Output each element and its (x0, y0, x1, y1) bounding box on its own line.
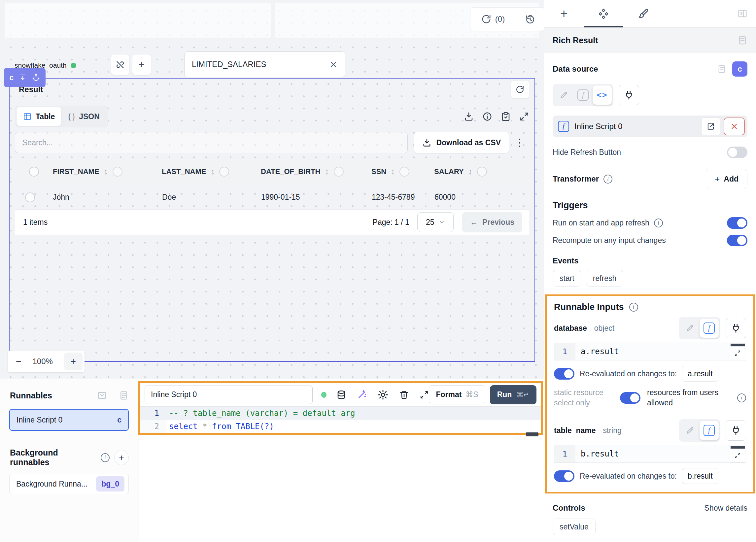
add-transformer-button[interactable]: + Add (706, 169, 747, 189)
sort-icon[interactable]: ↕ (104, 167, 108, 176)
info-icon[interactable] (482, 112, 492, 121)
info-icon[interactable]: i (101, 453, 110, 462)
maximize-icon[interactable] (519, 112, 529, 121)
column-header-date-of-birth[interactable]: DATE_OF_BIRTH ↕ (253, 167, 363, 177)
mode-static-button[interactable] (680, 319, 700, 338)
event-chip-refresh[interactable]: refresh (586, 270, 624, 287)
more-options-icon[interactable]: ⋮ (515, 138, 525, 148)
sort-icon[interactable]: ↕ (468, 167, 472, 176)
database-icon[interactable] (336, 390, 346, 400)
column-toggle[interactable] (334, 167, 344, 177)
sql-code-editor[interactable]: 1 -- ? table_name (varchar) = default ar… (140, 407, 541, 433)
list-view-icon[interactable] (119, 390, 129, 400)
search-input[interactable] (22, 138, 400, 147)
collapse-panel-icon[interactable] (738, 9, 747, 18)
run-on-start-toggle[interactable] (727, 217, 747, 229)
column-toggle[interactable] (219, 167, 229, 177)
column-toggle[interactable] (399, 167, 409, 177)
doc-icon[interactable] (717, 64, 726, 74)
tab-json[interactable]: { } JSON (61, 107, 106, 126)
doc-icon[interactable] (738, 35, 747, 45)
show-details-link[interactable]: Show details (704, 504, 747, 513)
control-chip-setvalue[interactable]: setValue (553, 519, 596, 535)
info-icon[interactable]: i (654, 219, 663, 227)
add-button[interactable]: + (132, 54, 151, 75)
connect-input-button[interactable] (726, 318, 746, 338)
result-refresh-button[interactable] (511, 80, 529, 99)
sort-icon[interactable]: ↕ (211, 167, 215, 176)
database-expression-editor[interactable]: 1 a.result (554, 343, 746, 360)
mode-static-button[interactable] (554, 85, 573, 105)
download-icon[interactable] (464, 112, 474, 121)
reeval-toggle[interactable] (554, 368, 574, 380)
tab-insert-component[interactable]: + (544, 0, 584, 27)
table-row[interactable]: John Doe 1990-01-15 123-45-6789 60000 (15, 185, 529, 210)
reeval-toggle[interactable] (554, 470, 574, 482)
ai-wand-icon[interactable] (357, 390, 367, 400)
column-header-ssn[interactable]: SSN ↕ (363, 167, 426, 177)
mode-eval-button[interactable]: f (700, 319, 719, 338)
row-checkbox[interactable] (25, 192, 35, 202)
sort-icon[interactable]: ↕ (391, 167, 395, 176)
connect-input-button[interactable] (619, 85, 639, 105)
runnable-item-inline-script-0[interactable]: Inline Script 0 c (9, 409, 129, 431)
data-source-script-item[interactable]: f Inline Script 0 (553, 116, 747, 137)
previous-page-button[interactable]: ← Previous (462, 212, 522, 232)
mode-script-button[interactable]: <> (593, 85, 612, 105)
table-name-expression-editor[interactable]: 1 b.result (554, 445, 746, 463)
column-header-first-name[interactable]: FIRST_NAME ↕ (45, 167, 154, 177)
mode-eval-button[interactable]: f (573, 85, 593, 105)
unlink-button[interactable] (111, 54, 129, 75)
code-line-1[interactable]: 1 -- ? table_name (varchar) = default ar… (140, 407, 541, 420)
format-button[interactable]: Format ⌘S (429, 385, 485, 404)
recompute-toggle[interactable] (727, 235, 747, 246)
copy-result-icon[interactable] (501, 112, 511, 121)
column-header-salary[interactable]: SALARY ↕ (426, 167, 529, 177)
expand-expression-icon[interactable] (730, 449, 745, 462)
run-button[interactable]: Run ⌘↵ (490, 385, 536, 404)
open-script-button[interactable] (701, 118, 720, 135)
code-line-2[interactable]: 2 select * from TABLE(?) (140, 420, 541, 433)
page-size-select[interactable]: 25 (417, 212, 454, 232)
editor-scrollbar[interactable] (526, 432, 538, 436)
column-toggle[interactable] (477, 167, 487, 177)
reeval-dependency-chip[interactable]: b.result (682, 468, 718, 484)
tab-styling[interactable] (623, 0, 663, 27)
move-down-icon[interactable] (19, 74, 27, 82)
info-icon[interactable]: i (629, 303, 638, 312)
column-toggle[interactable] (113, 167, 122, 177)
table-name-input[interactable] (192, 60, 329, 69)
expand-editor-icon[interactable] (420, 390, 429, 399)
info-icon[interactable]: i (603, 175, 612, 184)
dock-panel-icon[interactable] (97, 390, 107, 400)
delete-trash-icon[interactable] (399, 390, 409, 400)
canvas-component-placeholder[interactable] (5, 3, 271, 38)
zoom-out-button[interactable]: − (16, 356, 21, 367)
resources-from-users-toggle[interactable] (620, 392, 640, 404)
hide-refresh-toggle[interactable] (727, 147, 747, 158)
remove-script-button[interactable] (724, 118, 745, 135)
background-runnable-item[interactable]: Background Runna... bg_0 (9, 474, 129, 494)
result-component[interactable]: Result Table { } JSON (9, 78, 535, 362)
refresh-all-button[interactable]: (0) (470, 8, 516, 31)
tab-table[interactable]: Table (17, 107, 61, 126)
app-canvas[interactable]: (0) snowflake_oauth c + R (0, 0, 544, 379)
zoom-in-button[interactable]: + (64, 353, 83, 370)
add-background-runnable-button[interactable]: + (114, 450, 129, 465)
history-button[interactable] (516, 8, 544, 31)
selected-component-chip[interactable]: c (4, 68, 46, 87)
info-icon[interactable]: i (737, 393, 746, 402)
script-name-input[interactable] (151, 390, 306, 399)
reeval-dependency-chip[interactable]: a.result (682, 366, 718, 382)
tab-settings[interactable] (584, 0, 623, 27)
expand-expression-icon[interactable] (730, 346, 745, 360)
clear-input-icon[interactable] (329, 60, 338, 69)
download-csv-button[interactable]: Download as CSV (414, 132, 509, 153)
select-all-checkbox[interactable] (29, 167, 39, 177)
mode-static-button[interactable] (680, 421, 700, 440)
sort-icon[interactable]: ↕ (325, 167, 329, 176)
event-chip-start[interactable]: start (553, 270, 581, 287)
settings-gear-icon[interactable] (377, 389, 389, 400)
anchor-icon[interactable] (32, 74, 40, 82)
mode-eval-button[interactable]: f (700, 421, 719, 440)
